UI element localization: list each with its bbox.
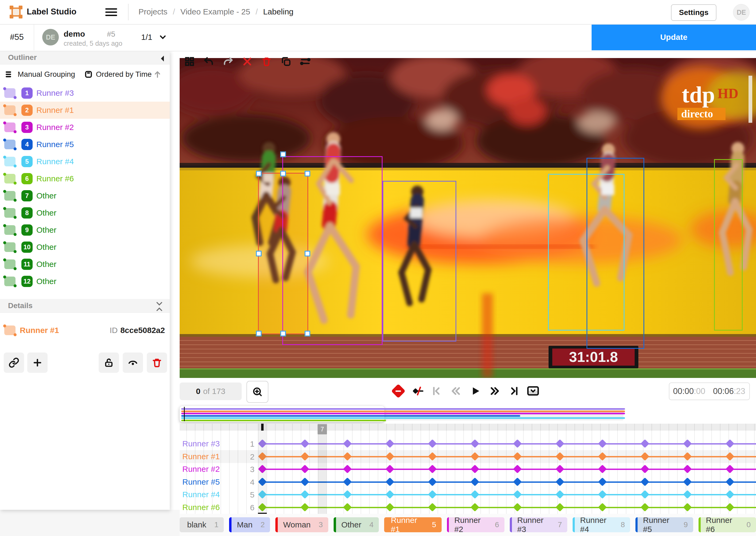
keyframe-diamond[interactable] [428, 490, 437, 499]
add-meta-button[interactable] [27, 352, 47, 373]
keyframe-diamond[interactable] [343, 465, 352, 473]
keyframe-diamond[interactable] [343, 478, 352, 486]
resize-handle[interactable] [280, 171, 286, 177]
details-header[interactable]: Details [0, 299, 170, 313]
bbox-region[interactable] [586, 158, 644, 349]
keyframe-diamond[interactable] [300, 465, 309, 473]
keyframe-diamond[interactable] [641, 503, 649, 512]
video-canvas[interactable]: tdp HD directo 31:01.8 [180, 58, 756, 378]
keyframe-diamond[interactable] [683, 490, 692, 499]
keyframe-diamond[interactable] [513, 490, 522, 499]
keyframe-diamond[interactable] [513, 439, 522, 448]
resize-handle[interactable] [304, 251, 310, 256]
last-frame-button[interactable] [506, 383, 522, 399]
outliner-header[interactable]: Outliner [0, 51, 170, 64]
outliner-region-item[interactable]: 5Runner #4 [0, 153, 170, 170]
keyframe-diamond[interactable] [598, 465, 607, 473]
hide-region-button[interactable] [123, 352, 143, 373]
details-region-row[interactable]: Runner #1 ID8cce5082a2 [0, 318, 170, 342]
delete-annotation-button[interactable] [260, 54, 273, 68]
keyframe-diamond[interactable] [386, 490, 394, 499]
resize-handle[interactable] [256, 171, 262, 177]
frame-counter[interactable]: 0 of 173 [180, 383, 242, 400]
keyframe-diamond[interactable] [641, 439, 649, 448]
keyframe-diamond[interactable] [343, 439, 352, 448]
outliner-region-item[interactable]: 9Other [0, 221, 170, 239]
lock-region-button[interactable] [99, 352, 119, 373]
outliner-region-item[interactable]: 10Other [0, 239, 170, 256]
keyframe-diamond[interactable] [555, 503, 564, 512]
keyframe-diamond[interactable] [598, 503, 607, 512]
label-button[interactable]: Woman3 [275, 517, 328, 532]
track-label[interactable]: Runner #6 [182, 503, 220, 512]
user-avatar[interactable]: DE [733, 4, 750, 20]
delete-region-button[interactable] [147, 352, 167, 373]
track-label[interactable]: Runner #4 [182, 490, 220, 499]
keyframe-diamond[interactable] [555, 490, 564, 499]
breadcrumb-project[interactable]: Video Example - 25 [180, 7, 250, 16]
settings-button[interactable]: Settings [671, 4, 716, 21]
ordering-select[interactable]: Ordered by Time [96, 70, 152, 79]
label-button[interactable]: Runner #59 [635, 517, 693, 532]
keyframe-diamond[interactable] [428, 439, 437, 448]
keyframe-toggle-button[interactable] [410, 383, 425, 399]
keyframe-diamond[interactable] [641, 490, 649, 499]
resize-handle[interactable] [256, 251, 262, 256]
redo-button[interactable] [221, 54, 235, 68]
outliner-region-item[interactable]: 6Runner #6 [0, 170, 170, 187]
track-label[interactable]: Runner #5 [182, 478, 220, 486]
label-button[interactable]: blank1 [180, 517, 224, 532]
interpolation-toggle-button[interactable] [525, 383, 541, 399]
track-label[interactable]: Runner #1 [182, 452, 220, 461]
outliner-region-item[interactable]: 2Runner #1 [0, 102, 170, 119]
keyframe-diamond[interactable] [598, 478, 607, 486]
keyframe-diamond[interactable] [513, 503, 522, 512]
label-button[interactable]: Runner #37 [510, 517, 567, 532]
outliner-region-item[interactable]: 11Other [0, 256, 170, 273]
outliner-region-item[interactable]: 4Runner #5 [0, 136, 170, 153]
annotation-pager[interactable]: 1/1 [141, 24, 167, 50]
zoom-button[interactable] [246, 381, 268, 403]
keyframe-diamond[interactable] [555, 439, 564, 448]
sort-direction-icon[interactable] [153, 70, 162, 79]
label-button[interactable]: Man2 [229, 517, 270, 532]
outliner-region-item[interactable]: 7Other [0, 187, 170, 204]
keyframe-diamond[interactable] [683, 439, 692, 448]
keyframe-diamond[interactable] [470, 439, 479, 448]
label-button[interactable]: Runner #26 [447, 517, 504, 532]
keyframe-diamond[interactable] [683, 503, 692, 512]
label-button[interactable]: Runner #60 [699, 517, 756, 532]
prev-keyframe-button[interactable] [429, 383, 445, 399]
outliner-region-item[interactable]: 12Other [0, 273, 170, 290]
label-button[interactable]: Runner #15 [384, 517, 441, 532]
resize-handle[interactable] [304, 331, 310, 336]
bbox-region[interactable] [714, 159, 743, 331]
step-forward-button[interactable] [487, 383, 503, 399]
keyframe-diamond[interactable] [470, 490, 479, 499]
keyframe-diamond[interactable] [683, 465, 692, 473]
bbox-region[interactable] [383, 181, 456, 341]
track-label[interactable]: Runner #3 [182, 439, 220, 448]
outliner-region-item[interactable]: 1Runner #3 [0, 84, 170, 102]
update-button[interactable]: Update [592, 24, 756, 50]
duplicate-button[interactable] [279, 54, 293, 68]
outliner-region-item[interactable]: 8Other [0, 204, 170, 221]
rotate-handle[interactable] [280, 151, 286, 157]
breadcrumb-projects[interactable]: Projects [139, 7, 167, 16]
keyframe-diamond[interactable] [641, 465, 649, 473]
resize-handle[interactable] [304, 171, 310, 177]
keyframe-diamond[interactable] [598, 490, 607, 499]
keyframe-diamond[interactable] [343, 503, 352, 512]
keyframe-diamond[interactable] [343, 490, 352, 499]
keyframe-remove-button[interactable] [390, 383, 406, 399]
relation-link-button[interactable] [4, 352, 24, 373]
keyframe-diamond[interactable] [470, 465, 479, 473]
menu-icon[interactable] [105, 6, 117, 17]
keyframe-diamond[interactable] [300, 478, 309, 486]
undo-button[interactable] [202, 54, 216, 68]
grid-view-button[interactable] [183, 54, 197, 68]
keyframe-diamond[interactable] [641, 478, 649, 486]
relations-button[interactable] [298, 54, 312, 68]
keyframe-diamond[interactable] [300, 490, 309, 499]
keyframe-diamond[interactable] [428, 503, 437, 512]
